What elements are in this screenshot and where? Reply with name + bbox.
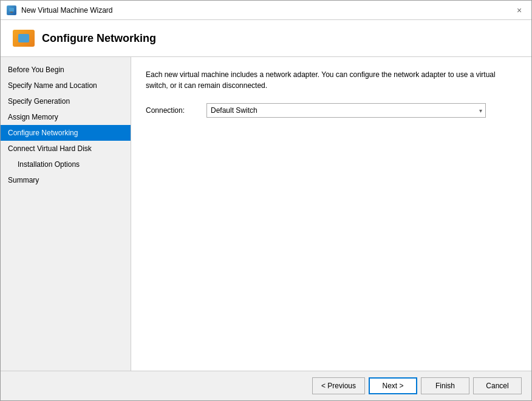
sidebar-item-summary[interactable]: Summary bbox=[1, 172, 131, 188]
connection-label: Connection: bbox=[146, 106, 206, 115]
title-bar: New Virtual Machine Wizard × bbox=[1, 1, 531, 20]
app-icon bbox=[7, 5, 16, 15]
next-button[interactable]: Next > bbox=[369, 377, 417, 394]
sidebar: Before You Begin Specify Name and Locati… bbox=[1, 57, 131, 371]
svg-rect-1 bbox=[10, 12, 13, 13]
sidebar-item-generation[interactable]: Specify Generation bbox=[1, 93, 131, 109]
previous-button[interactable]: < Previous bbox=[312, 377, 365, 394]
connection-select[interactable]: Default Switch Not Connected bbox=[206, 103, 486, 118]
header-icon bbox=[13, 30, 35, 47]
sidebar-item-before-you-begin[interactable]: Before You Begin bbox=[1, 62, 131, 78]
connection-row: Connection: Default Switch Not Connected bbox=[146, 103, 517, 118]
content-area: Each new virtual machine includes a netw… bbox=[131, 57, 531, 371]
cancel-button[interactable]: Cancel bbox=[473, 377, 522, 394]
svg-rect-0 bbox=[9, 8, 14, 12]
finish-button[interactable]: Finish bbox=[421, 377, 469, 394]
wizard-footer: < Previous Next > Finish Cancel bbox=[1, 371, 531, 400]
wizard-header: Configure Networking bbox=[1, 20, 531, 57]
sidebar-item-configure-networking[interactable]: Configure Networking bbox=[1, 125, 131, 141]
connection-select-wrapper: Default Switch Not Connected bbox=[206, 103, 486, 118]
main-content: Before You Begin Specify Name and Locati… bbox=[1, 57, 531, 371]
sidebar-item-assign-memory[interactable]: Assign Memory bbox=[1, 109, 131, 125]
close-button[interactable]: × bbox=[513, 4, 525, 16]
sidebar-item-hard-disk[interactable]: Connect Virtual Hard Disk bbox=[1, 141, 131, 157]
sidebar-item-name-location[interactable]: Specify Name and Location bbox=[1, 78, 131, 93]
content-description: Each new virtual machine includes a netw… bbox=[146, 69, 510, 91]
wizard-window: New Virtual Machine Wizard × Configure N… bbox=[0, 0, 532, 401]
wizard-title: Configure Networking bbox=[42, 32, 156, 45]
sidebar-item-installation-options[interactable]: Installation Options bbox=[1, 157, 131, 172]
title-bar-text: New Virtual Machine Wizard bbox=[21, 6, 513, 15]
